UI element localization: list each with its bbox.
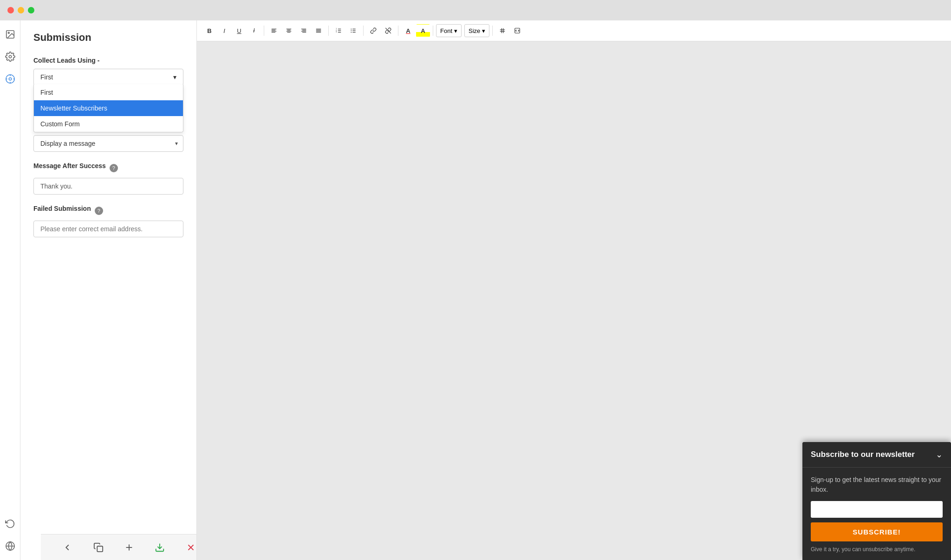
svg-text:3: 3 — [336, 31, 337, 33]
rte-strikethrough-button[interactable]: I — [247, 24, 261, 37]
failed-submission-input[interactable] — [33, 221, 183, 237]
app-container: Submission Collect Leads Using - First ▾… — [0, 20, 951, 560]
rte-separator-1 — [264, 26, 264, 36]
newsletter-footer: Give it a try, you can unsubscribe anyti… — [811, 546, 943, 553]
rte-layout-button[interactable] — [495, 24, 509, 37]
message-after-success-group: Message After Success ? — [33, 162, 183, 195]
failed-submission-label: Failed Submission — [33, 205, 91, 212]
newsletter-description: Sign-up to get the latest news straight … — [811, 475, 943, 495]
svg-point-43 — [351, 30, 352, 31]
rte-separator-4 — [398, 26, 398, 36]
rte-align-right-button[interactable] — [297, 24, 311, 37]
newsletter-widget: Subscribe to our newsletter ⌄ Sign-up to… — [802, 442, 951, 560]
rte-link-button[interactable] — [366, 24, 380, 37]
message-after-success-label: Message After Success — [33, 162, 106, 169]
rte-separator-5 — [433, 26, 433, 36]
minimize-button[interactable] — [18, 7, 24, 13]
successful-submission-select[interactable]: Display a message Redirect to URL — [33, 135, 183, 152]
dropdown-option-custom-form[interactable]: Custom Form — [34, 116, 183, 132]
successful-submission-select-wrapper: Display a message Redirect to URL ▾ — [33, 135, 183, 152]
rte-align-center-button[interactable] — [282, 24, 296, 37]
newsletter-subscribe-button[interactable]: SUBSCRIBE! — [811, 522, 943, 541]
collect-leads-dropdown[interactable]: First ▾ First Newsletter Subscribers Cus… — [33, 69, 183, 85]
main-content: B I U I 123 — [197, 20, 951, 560]
icon-sidebar — [0, 20, 20, 560]
rte-italic-button[interactable]: I — [217, 24, 231, 37]
rte-code-button[interactable] — [510, 24, 524, 37]
rte-unordered-list-button[interactable] — [346, 24, 360, 37]
newsletter-email-input[interactable] — [811, 501, 943, 518]
collect-leads-label: Collect Leads Using - — [33, 57, 183, 64]
rte-separator-6 — [492, 26, 493, 36]
side-panel: Submission Collect Leads Using - First ▾… — [20, 20, 197, 560]
collect-leads-menu: First Newsletter Subscribers Custom Form — [33, 85, 183, 132]
rte-justify-button[interactable] — [312, 24, 326, 37]
delete-button[interactable] — [186, 542, 196, 553]
rte-font-color-button[interactable]: A — [401, 24, 415, 37]
svg-point-2 — [9, 55, 12, 58]
rte-font-dropdown[interactable]: Font ▾ — [436, 24, 462, 37]
sidebar-item-image[interactable] — [4, 28, 17, 41]
canvas-area: Subscribe to our newsletter ⌄ Sign-up to… — [197, 41, 951, 560]
rte-align-left-button[interactable] — [267, 24, 281, 37]
sidebar-item-settings[interactable] — [4, 50, 17, 63]
rte-size-arrow-icon: ▾ — [482, 27, 485, 34]
titlebar — [0, 0, 951, 20]
sidebar-item-target[interactable] — [4, 72, 17, 85]
svg-point-4 — [9, 78, 12, 80]
collect-leads-value: First — [40, 73, 53, 81]
svg-rect-11 — [97, 546, 103, 552]
duplicate-button[interactable] — [93, 542, 104, 553]
message-after-success-input[interactable] — [33, 178, 183, 195]
panel-title: Submission — [33, 32, 183, 44]
collect-leads-group: Collect Leads Using - First ▾ First News… — [33, 57, 183, 85]
dropdown-arrow-icon: ▾ — [173, 73, 176, 81]
maximize-button[interactable] — [28, 7, 34, 13]
dropdown-option-newsletter[interactable]: Newsletter Subscribers — [34, 100, 183, 116]
rte-highlight-button[interactable]: A — [416, 24, 430, 37]
svg-point-42 — [351, 29, 352, 30]
rte-toolbar: B I U I 123 — [197, 20, 951, 41]
failed-submission-help-icon[interactable]: ? — [95, 207, 103, 215]
newsletter-title: Subscribe to our newsletter — [811, 450, 915, 459]
add-button[interactable] — [124, 542, 134, 553]
message-after-success-help-icon[interactable]: ? — [110, 164, 118, 172]
bottom-toolbar — [41, 534, 197, 560]
rte-unlink-button[interactable] — [381, 24, 395, 37]
svg-point-1 — [8, 32, 9, 33]
failed-submission-group: Failed Submission ? — [33, 205, 183, 237]
newsletter-chevron-icon[interactable]: ⌄ — [936, 449, 943, 460]
collect-leads-trigger[interactable]: First ▾ — [33, 69, 183, 85]
rte-font-label: Font — [440, 27, 452, 34]
rte-separator-3 — [363, 26, 364, 36]
back-button[interactable] — [62, 542, 72, 553]
save-button[interactable] — [155, 542, 165, 553]
sidebar-item-globe[interactable] — [4, 540, 17, 553]
rte-size-label: Size — [469, 27, 480, 34]
close-button[interactable] — [7, 7, 14, 13]
rte-separator-2 — [328, 26, 329, 36]
rte-bold-button[interactable]: B — [202, 24, 216, 37]
rte-underline-button[interactable]: U — [232, 24, 246, 37]
svg-point-44 — [351, 32, 352, 33]
newsletter-body: Sign-up to get the latest news straight … — [802, 468, 951, 560]
rte-font-arrow-icon: ▾ — [454, 27, 457, 34]
dropdown-option-first[interactable]: First — [34, 85, 183, 100]
sidebar-item-history[interactable] — [4, 517, 17, 530]
newsletter-header: Subscribe to our newsletter ⌄ — [802, 442, 951, 468]
rte-size-dropdown[interactable]: Size ▾ — [464, 24, 489, 37]
rte-ordered-list-button[interactable]: 123 — [332, 24, 345, 37]
